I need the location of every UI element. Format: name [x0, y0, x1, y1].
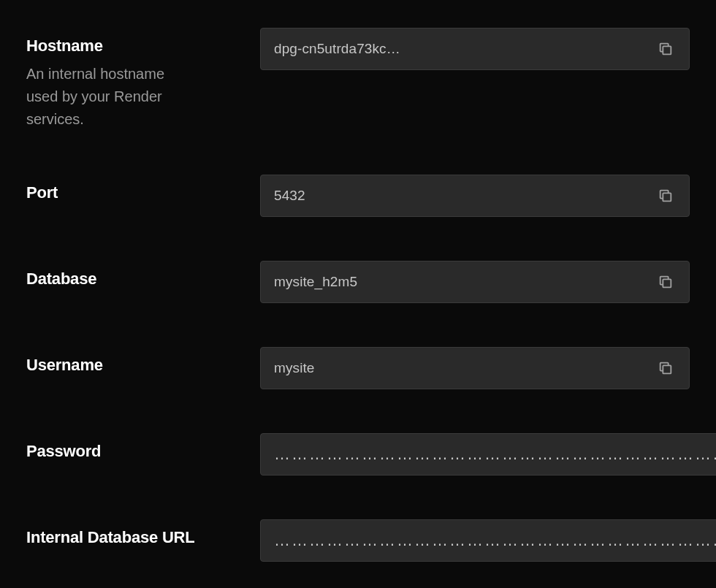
database-value-box: mysite_h2m5 [260, 261, 690, 303]
username-label-col: Username [26, 347, 260, 375]
hostname-value-col: dpg-cn5utrda73kc… [260, 28, 690, 70]
hostname-label-col: Hostname An internal hostname used by yo… [26, 28, 260, 131]
internal-db-url-value-col: ……………………………………………………………………… [260, 519, 716, 562]
username-value-col: mysite [260, 347, 690, 389]
database-value-col: mysite_h2m5 [260, 261, 690, 303]
password-value-col: ……………………………………………………………………… [260, 433, 716, 476]
port-value-box: 5432 [260, 175, 690, 217]
copy-icon[interactable] [655, 272, 676, 292]
password-masked-value: ……………………………………………………………………… [274, 446, 716, 462]
internal-db-url-masked-value: ……………………………………………………………………… [274, 532, 716, 549]
svg-rect-2 [663, 279, 671, 287]
port-value: 5432 [274, 188, 647, 204]
username-value: mysite [274, 360, 647, 376]
hostname-row: Hostname An internal hostname used by yo… [26, 28, 690, 131]
svg-rect-0 [663, 46, 671, 54]
internal-db-url-row: Internal Database URL ………………………………………………… [26, 519, 690, 562]
internal-db-url-label-col: Internal Database URL [26, 519, 260, 547]
username-label: Username [26, 356, 260, 375]
copy-icon[interactable] [655, 186, 676, 206]
password-label: Password [26, 442, 260, 461]
port-row: Port 5432 [26, 175, 690, 217]
port-label: Port [26, 183, 260, 202]
password-value-box: ……………………………………………………………………… [260, 433, 716, 476]
svg-rect-3 [663, 365, 671, 373]
username-value-box: mysite [260, 347, 690, 389]
database-row: Database mysite_h2m5 [26, 261, 690, 303]
copy-icon[interactable] [655, 358, 676, 378]
password-row: Password ……………………………………………………………………… [26, 433, 690, 476]
database-value: mysite_h2m5 [274, 274, 647, 290]
password-label-col: Password [26, 433, 260, 461]
hostname-label: Hostname [26, 37, 260, 56]
internal-db-url-value-box: ……………………………………………………………………… [260, 519, 716, 562]
database-label-col: Database [26, 261, 260, 289]
copy-icon[interactable] [655, 39, 676, 59]
hostname-value: dpg-cn5utrda73kc… [274, 41, 647, 57]
hostname-description: An internal hostname used by your Render… [26, 63, 187, 131]
database-label: Database [26, 270, 260, 289]
username-row: Username mysite [26, 347, 690, 389]
port-value-col: 5432 [260, 175, 690, 217]
port-label-col: Port [26, 175, 260, 202]
internal-db-url-label: Internal Database URL [26, 528, 260, 547]
svg-rect-1 [663, 193, 671, 201]
hostname-value-box: dpg-cn5utrda73kc… [260, 28, 690, 70]
